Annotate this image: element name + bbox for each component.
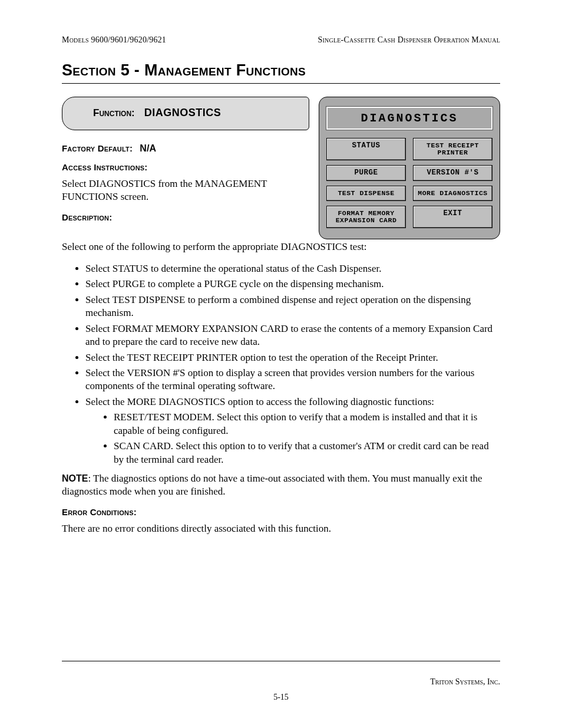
description-label: Description: — [62, 212, 112, 222]
description-intro: Select one of the following to perform t… — [62, 241, 500, 253]
access-instructions-label: Access Instructions: — [62, 162, 148, 172]
access-instructions-text: Select DIAGNOSTICS from the MANAGEMENT F… — [62, 177, 309, 204]
bullet-item: Select FORMAT MEMORY EXPANSION CARD to e… — [85, 322, 500, 349]
device-button-exit[interactable]: EXIT — [413, 206, 492, 228]
function-banner: Function: DIAGNOSTICS — [62, 97, 309, 130]
device-button-test-dispense[interactable]: TEST DISPENSE — [326, 186, 406, 201]
sub-bullet-item: RESET/TEST MODEM. Select this option to … — [114, 411, 500, 437]
device-button-status[interactable]: STATUS — [326, 138, 406, 160]
header-right: Single-Cassette Cash Dispenser Operation… — [318, 35, 500, 45]
function-value: DIAGNOSTICS — [144, 107, 222, 118]
device-button-test-receipt-printer[interactable]: TEST RECEIPT PRINTER — [413, 138, 492, 160]
device-button-grid: STATUS TEST RECEIPT PRINTER PURGE VERSIO… — [326, 138, 492, 228]
device-button-format-memory-expansion-card[interactable]: FORMAT MEMORY EXPANSION CARD — [326, 206, 406, 228]
header-left: Models 9600/9601/9620/9621 — [62, 35, 166, 45]
error-conditions-label: Error Conditions: — [62, 507, 137, 517]
description-bullets: Select STATUS to determine the operation… — [62, 262, 500, 466]
bullet-item-text: Select the MORE DIAGNOSTICS option to ac… — [85, 396, 434, 407]
factory-default-label: Factory Default: — [62, 143, 133, 153]
bullet-item: Select STATUS to determine the operation… — [85, 262, 500, 275]
factory-default-value: N/A — [140, 143, 156, 153]
note-label: NOTE — [62, 473, 88, 483]
footer-page-number: 5-15 — [0, 693, 562, 702]
bullet-item: Select PURGE to complete a PURGE cycle o… — [85, 278, 500, 291]
footer-rule — [62, 661, 500, 661]
device-button-more-diagnostics[interactable]: MORE DIAGNOSTICS — [413, 186, 492, 201]
sub-bullet-item: SCAN CARD. Select this option to to veri… — [114, 440, 500, 466]
note-text: : The diagnostics options do not have a … — [62, 473, 482, 497]
sub-bullets: RESET/TEST MODEM. Select this option to … — [85, 411, 500, 466]
page: Models 9600/9601/9620/9621 Single-Casset… — [0, 0, 562, 728]
section-title: Section 5 - Management Functions — [62, 61, 500, 80]
running-header: Models 9600/9601/9620/9621 Single-Casset… — [62, 35, 500, 45]
device-screen: DIAGNOSTICS STATUS TEST RECEIPT PRINTER … — [319, 97, 500, 239]
bullet-item: Select the VERSION #'S option to display… — [85, 367, 500, 393]
content-row: Function: DIAGNOSTICS Factory Default: N… — [62, 97, 500, 239]
function-label: Function: — [93, 107, 135, 118]
section-rule — [62, 83, 500, 84]
bullet-item: Select the TEST RECEIPT PRINTER option t… — [85, 351, 500, 364]
error-conditions-text: There are no error conditions directly a… — [62, 522, 500, 535]
bullet-item: Select TEST DISPENSE to perform a combin… — [85, 294, 500, 320]
bullet-item: Select the MORE DIAGNOSTICS option to ac… — [85, 396, 500, 466]
device-button-purge[interactable]: PURGE — [326, 165, 406, 181]
note-paragraph: NOTE: The diagnostics options do not hav… — [62, 472, 500, 499]
device-title: DIAGNOSTICS — [326, 107, 492, 130]
footer-company: Triton Systems, Inc. — [430, 677, 500, 687]
left-column: Function: DIAGNOSTICS Factory Default: N… — [62, 97, 309, 223]
device-button-version-numbers[interactable]: VERSION #'S — [413, 165, 492, 181]
